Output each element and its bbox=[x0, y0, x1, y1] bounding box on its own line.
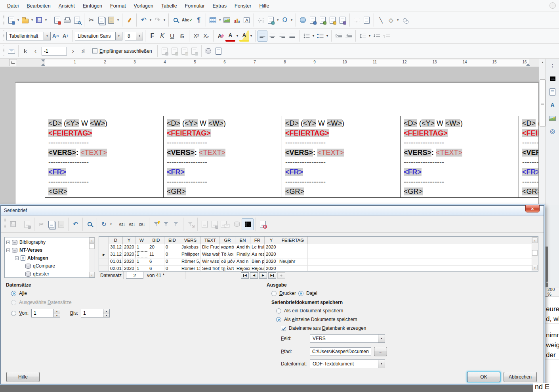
field-D[interactable]: <D> bbox=[522, 119, 536, 127]
exchange-database-icon[interactable] bbox=[214, 46, 223, 57]
column-header[interactable]: Y bbox=[265, 237, 278, 244]
radio-printer[interactable]: Drucker bbox=[271, 291, 296, 296]
field-W[interactable]: <W> bbox=[327, 119, 342, 127]
table-row[interactable]: 02.012020160Römer 1:Seid fröhτῇ ἐλπRejoi… bbox=[99, 266, 538, 272]
align-left-icon[interactable] bbox=[258, 31, 267, 42]
dialog-titlebar[interactable]: Serienbrief bbox=[1, 206, 544, 216]
undo-icon[interactable]: ↶ bbox=[139, 15, 149, 26]
new-style-icon[interactable]: A+ bbox=[61, 31, 71, 42]
field-Y[interactable]: <Y> bbox=[66, 119, 79, 127]
field-Y[interactable]: <Y> bbox=[303, 119, 316, 127]
field-FEIERTAG[interactable]: <FEIERTAG> bbox=[48, 129, 92, 137]
undo-icon[interactable]: ↶ bbox=[71, 219, 80, 230]
field-D[interactable]: <D> bbox=[167, 119, 180, 127]
new-document-icon[interactable] bbox=[6, 15, 16, 26]
menu-formular[interactable]: Formular bbox=[181, 2, 209, 10]
field-TEXT[interactable]: <TEXT> bbox=[199, 149, 225, 157]
paragraph-style-combo[interactable]: Tabelleninhalt▾ bbox=[6, 32, 51, 40]
last-record-button[interactable]: ▶ bbox=[268, 272, 276, 279]
field-W[interactable]: <W> bbox=[208, 119, 223, 127]
radio-icon[interactable] bbox=[276, 317, 281, 322]
radio-from-to[interactable]: Von: ▴▾ Bis: ▴▾ bbox=[11, 309, 110, 317]
field-VERS[interactable]: <VERS> bbox=[404, 149, 431, 157]
radio-icon[interactable] bbox=[271, 291, 277, 296]
strikethrough-icon[interactable]: S bbox=[177, 31, 187, 42]
table-row[interactable]: 01.012020160Römer 5,Wir wissοὐ μόνAnd nB… bbox=[99, 258, 538, 266]
insert-table-icon[interactable] bbox=[208, 15, 218, 26]
field-combo[interactable]: VERS▾ bbox=[310, 334, 385, 343]
checkbox-filename-from-db[interactable]: Dateiname aus Datenbank erzeugen bbox=[281, 325, 366, 331]
scrollbar-thumb[interactable] bbox=[540, 79, 546, 127]
menu-vorlagen[interactable]: Vorlagen bbox=[130, 2, 157, 10]
radio-icon[interactable] bbox=[298, 291, 303, 296]
menu-hilfe[interactable]: Hilfe bbox=[255, 2, 273, 10]
field-FEIERTAG[interactable]: <FEIERTAG> bbox=[404, 129, 448, 137]
refresh-icon[interactable]: ↻ bbox=[99, 219, 109, 230]
bold-icon[interactable]: F bbox=[147, 31, 157, 42]
menubar-corner-icon[interactable] bbox=[549, 2, 556, 9]
field-FR[interactable]: <FR> bbox=[48, 168, 66, 176]
column-header[interactable]: D bbox=[109, 237, 123, 244]
column-header[interactable]: FEIERTAG bbox=[278, 237, 308, 244]
open-dropdown[interactable]: ▾ bbox=[30, 15, 34, 26]
insert-bookmark-icon[interactable] bbox=[328, 15, 338, 26]
field-FR[interactable]: <FR> bbox=[404, 168, 422, 176]
row-header[interactable] bbox=[99, 258, 109, 265]
basic-shapes-dropdown[interactable]: ▾ bbox=[396, 15, 400, 26]
from-input[interactable] bbox=[31, 309, 54, 317]
insert-footnote-icon[interactable] bbox=[308, 15, 318, 26]
print-preview-icon[interactable] bbox=[72, 15, 82, 26]
column-header[interactable]: FR bbox=[250, 237, 265, 244]
refresh-dropdown[interactable]: ▾ bbox=[109, 219, 113, 230]
column-header[interactable]: BID bbox=[148, 237, 164, 244]
align-right-icon[interactable] bbox=[277, 31, 287, 42]
path-input[interactable] bbox=[310, 347, 371, 356]
insert-field-dropdown[interactable]: ▾ bbox=[276, 15, 280, 26]
font-size-combo[interactable]: 8▾ bbox=[125, 32, 143, 40]
to-spinner[interactable]: ▴▾ bbox=[81, 309, 110, 317]
standard-filter-icon[interactable] bbox=[171, 219, 181, 230]
track-changes-icon[interactable] bbox=[362, 15, 372, 26]
save-dropdown[interactable]: ▾ bbox=[44, 15, 48, 26]
collapse-icon[interactable]: − bbox=[6, 249, 10, 252]
collapse-icon[interactable]: − bbox=[15, 256, 19, 260]
new-record-button[interactable]: + bbox=[277, 272, 285, 279]
highlight-color-icon[interactable]: A bbox=[239, 31, 249, 42]
cross-reference-icon[interactable] bbox=[338, 15, 347, 26]
scroll-up-icon[interactable]: ▴ bbox=[540, 59, 546, 65]
apply-filter-icon[interactable] bbox=[161, 219, 171, 230]
sort-ascending-icon[interactable]: az↓ bbox=[127, 219, 137, 230]
clone-formatting-icon[interactable] bbox=[124, 15, 134, 26]
expand-icon[interactable]: + bbox=[6, 241, 10, 244]
show-draw-functions-icon[interactable] bbox=[400, 15, 410, 26]
tree-item-qcompare[interactable]: qCompare bbox=[6, 262, 95, 270]
column-header[interactable]: VERS bbox=[180, 237, 201, 244]
spin-up-icon[interactable]: ▴ bbox=[103, 309, 109, 314]
update-style-icon[interactable]: A↻ bbox=[51, 31, 61, 42]
current-data-source-icon[interactable] bbox=[232, 219, 242, 230]
sidebar-page-icon[interactable] bbox=[547, 86, 559, 98]
decrease-paragraph-spacing-icon[interactable] bbox=[382, 31, 391, 42]
tree-scrollbar[interactable]: ▴ ▾ bbox=[89, 237, 95, 277]
field-FEIERTAG[interactable]: <FEIERTAG> bbox=[285, 129, 329, 137]
spin-down-icon[interactable]: ▾ bbox=[103, 314, 109, 317]
tree-item-nt-verses[interactable]: −NT-Verses bbox=[6, 246, 95, 254]
basic-shapes-icon[interactable]: ◇ bbox=[386, 15, 396, 26]
highlight-color-dropdown[interactable]: ▾ bbox=[249, 31, 253, 42]
merge-cell[interactable]: <D> (<Y> W <W>) <FEIERTAG> -------------… bbox=[401, 116, 519, 197]
export-pdf-icon[interactable] bbox=[52, 15, 62, 26]
undo-dropdown[interactable]: ▾ bbox=[149, 15, 153, 26]
tree-item-bibliography[interactable]: +Bibliography bbox=[6, 238, 95, 246]
insert-textbox-icon[interactable]: A bbox=[242, 15, 252, 26]
redo-dropdown[interactable]: ▾ bbox=[162, 15, 166, 26]
autofilter-icon[interactable] bbox=[151, 219, 161, 230]
merge-cell[interactable]: <D> (<Y> W <W>) <FEIERTAG> -------------… bbox=[45, 116, 164, 197]
insert-chart-icon[interactable] bbox=[232, 15, 242, 26]
previous-record-button[interactable]: ◀ bbox=[250, 272, 258, 279]
column-header[interactable]: GR bbox=[220, 237, 235, 244]
radio-icon[interactable] bbox=[11, 300, 16, 305]
scrollbar-thumb[interactable] bbox=[89, 243, 95, 249]
insert-table-dropdown[interactable]: ▾ bbox=[218, 15, 222, 26]
spin-down-icon[interactable]: ▾ bbox=[54, 314, 60, 317]
mailmerge-documents-icon[interactable] bbox=[219, 219, 232, 230]
